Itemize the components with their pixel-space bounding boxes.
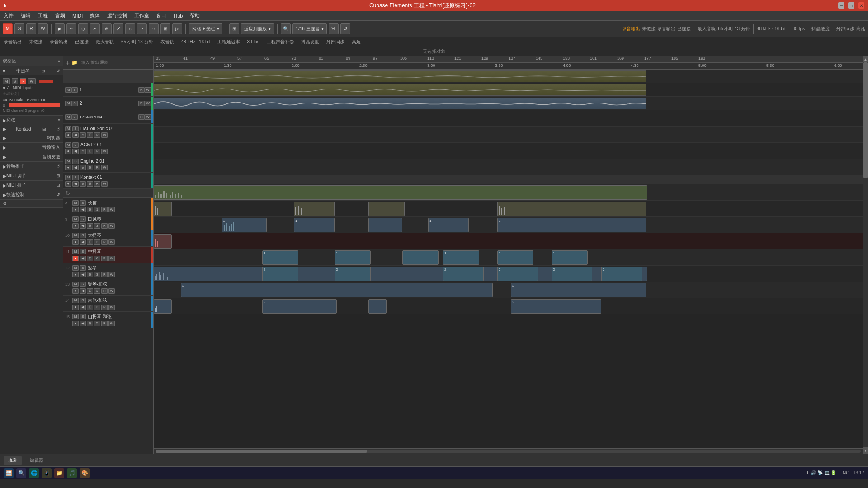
harp-btn4[interactable]: 3 — [94, 272, 100, 277]
lane-flute[interactable] — [154, 184, 863, 201]
cello-btn2[interactable]: ◀ — [80, 239, 86, 245]
track1-w-btn[interactable]: W — [145, 87, 151, 93]
track-w-btn[interactable]: W — [28, 78, 36, 84]
track-s-btn[interactable]: S — [12, 78, 18, 84]
track1714-s-btn[interactable]: S — [71, 114, 78, 120]
r-button[interactable]: R — [26, 23, 36, 34]
cello-s-btn[interactable]: S — [80, 233, 86, 238]
menu-midi[interactable]: MIDI — [72, 13, 83, 19]
tool-select[interactable]: ▶ — [55, 23, 65, 34]
halion-r-btn[interactable]: R — [94, 132, 100, 138]
inspector-expand[interactable]: ▾ — [58, 59, 60, 64]
menu-project[interactable]: 工程 — [38, 12, 48, 19]
track2-w-btn[interactable]: W — [145, 101, 151, 106]
lane-dulcimer[interactable]: 2 2 — [154, 298, 863, 314]
halion-w-btn[interactable]: W — [101, 132, 108, 138]
k01-r-btn[interactable]: R — [94, 181, 100, 187]
viola-btn2[interactable]: ◀ — [80, 256, 86, 261]
halion-s-btn[interactable]: S — [72, 126, 79, 131]
tool-7[interactable]: ⊞ — [160, 23, 170, 34]
hc-btn4[interactable]: 3 — [94, 288, 100, 294]
track1-r-btn[interactable]: R — [138, 87, 145, 93]
quantize-search[interactable]: 🔍 — [281, 23, 291, 34]
menu-window[interactable]: 窗口 — [156, 12, 166, 19]
halion-btn4[interactable]: ⊞ — [87, 132, 93, 138]
tool-6[interactable]: ↔ — [149, 23, 159, 34]
eq-section-header[interactable]: ▶ 均衡器 — [0, 133, 63, 142]
hc-w-btn[interactable]: W — [108, 288, 115, 294]
agml-r-btn[interactable]: R — [94, 149, 100, 154]
harm-btn3[interactable]: ⊞ — [87, 223, 93, 229]
halion-btn3[interactable]: e — [80, 132, 86, 138]
volume-fader[interactable] — [39, 80, 53, 83]
chord-section-header[interactable]: ▶ 和弦 ≡ — [0, 116, 63, 125]
lane-kontakt01[interactable] — [154, 159, 863, 175]
cello-block-2[interactable]: 1 — [294, 218, 335, 232]
snap-button[interactable]: ⊞ — [229, 23, 239, 34]
eng-btn4[interactable]: ⊞ — [87, 165, 93, 170]
tab-tracks[interactable]: 轨道 — [4, 456, 22, 465]
add-track-btn[interactable]: + — [66, 59, 70, 66]
dc-r-btn[interactable]: R — [101, 321, 108, 326]
track1714-w-btn[interactable]: W — [145, 114, 151, 120]
audio-block-1[interactable] — [154, 70, 646, 82]
dc-btn2[interactable]: ◀ — [80, 321, 86, 326]
harm-w-btn[interactable]: W — [108, 223, 115, 229]
hc-r-btn[interactable]: R — [101, 288, 108, 294]
hc-m-btn[interactable]: M — [72, 282, 79, 287]
dc-w-btn[interactable]: W — [108, 321, 115, 326]
hc-btn3[interactable]: ⊞ — [87, 288, 93, 294]
lane-harp-chord[interactable]: 2 2 2 2 2 2 — [154, 266, 863, 282]
tool-zoom[interactable]: ⌕ — [125, 23, 135, 34]
k01-s-btn[interactable]: S — [72, 175, 79, 180]
k01-btn3[interactable]: e — [80, 181, 86, 187]
scroll-up-btn[interactable]: ▲ — [863, 56, 868, 62]
hc-s-btn[interactable]: S — [80, 282, 86, 287]
viola-s-btn[interactable]: S — [80, 249, 86, 254]
k01-w-btn[interactable]: W — [101, 181, 108, 187]
record-mode-2[interactable]: 未链接 — [642, 26, 656, 32]
gc-btn1[interactable]: ● — [72, 305, 79, 310]
viola-rec-btn[interactable]: ● — [72, 256, 79, 261]
harp-chord-block-5[interactable]: 2 — [497, 267, 538, 281]
menu-file[interactable]: 文件 — [4, 12, 14, 19]
harp-chord-block-6[interactable]: 2 — [552, 267, 592, 281]
track1-s-btn[interactable]: S — [71, 87, 78, 93]
dulcimer-block-4[interactable]: 2 — [511, 299, 601, 314]
lane-halion[interactable] — [154, 110, 863, 127]
harp-block-2[interactable]: 1 — [335, 250, 371, 265]
taskbar-icon-2[interactable]: 🔍 — [16, 468, 26, 478]
agml-btn4[interactable]: ⊞ — [87, 149, 93, 154]
harm-btn4[interactable]: 3 — [94, 223, 100, 229]
halion-btn2[interactable]: ◀ — [72, 132, 79, 138]
tool-erase[interactable]: ◇ — [78, 23, 88, 34]
cello-btn1[interactable]: ● — [72, 239, 79, 245]
k01-btn1[interactable]: ● — [65, 181, 71, 187]
tool-glue[interactable]: ⊕ — [102, 23, 112, 34]
taskbar-icon-6[interactable]: 🎵 — [67, 468, 77, 478]
agml-w-btn[interactable]: W — [101, 149, 108, 154]
halion-btn1[interactable]: ● — [65, 132, 71, 138]
harm-r-btn[interactable]: R — [101, 223, 108, 229]
harp-chord-block-2[interactable]: 2 — [262, 267, 298, 281]
refresh-icon[interactable]: ↺ — [57, 69, 60, 73]
gc-m-btn[interactable]: M — [72, 298, 79, 303]
flute-r-btn[interactable]: R — [101, 207, 108, 212]
dulcimer-block-1[interactable] — [154, 299, 172, 314]
menu-edit[interactable]: 编辑 — [21, 12, 31, 19]
flute-btn1[interactable]: ● — [72, 207, 79, 212]
record-mode-4[interactable]: 已连接 — [677, 26, 691, 32]
k01-m-btn[interactable]: M — [65, 175, 71, 180]
taskbar-icon-5[interactable]: 📁 — [54, 468, 64, 478]
taskbar-icon-1[interactable]: 🪟 — [4, 468, 14, 478]
timeline-scrollbar[interactable] — [154, 448, 863, 454]
gc-r-btn[interactable]: R — [101, 305, 108, 310]
scroll-down-btn[interactable]: ▼ — [863, 447, 868, 454]
scrollbar-vertical-thumb[interactable] — [863, 62, 868, 178]
cello-w-btn[interactable]: W — [108, 239, 115, 245]
lane-harp[interactable]: 1 1 1 1 1 — [154, 249, 863, 266]
eng-btn3[interactable]: e — [80, 165, 86, 170]
menu-audio[interactable]: 音频 — [55, 12, 65, 19]
agml-btn1[interactable]: ● — [65, 149, 71, 154]
cello-block-1[interactable]: 1 — [222, 218, 267, 232]
